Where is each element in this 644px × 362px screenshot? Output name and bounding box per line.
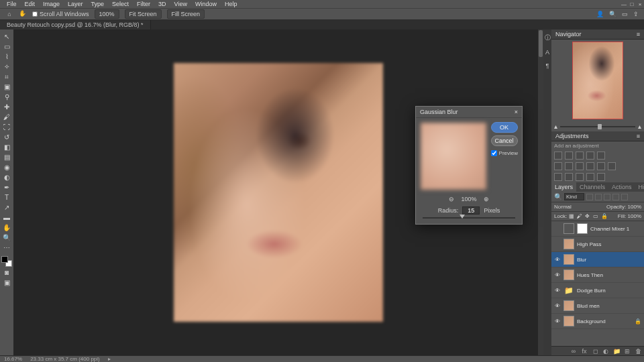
- stamp-tool-icon[interactable]: ⛶: [1, 123, 12, 131]
- menu-help[interactable]: Help: [221, 1, 241, 7]
- menu-view[interactable]: View: [170, 1, 191, 7]
- menu-image[interactable]: Image: [39, 1, 64, 7]
- adj-bw-icon[interactable]: [576, 162, 584, 170]
- lock-all-icon[interactable]: 🔒: [601, 213, 607, 219]
- dialog-zoom-out-icon[interactable]: ⊖: [449, 196, 454, 202]
- menu-3d[interactable]: 3D: [154, 1, 170, 7]
- layer-thumbnail[interactable]: [564, 316, 574, 326]
- cancel-button[interactable]: Cancel: [491, 135, 518, 146]
- new-group-icon[interactable]: 📁: [613, 348, 620, 355]
- pen-tool-icon[interactable]: ✒: [1, 183, 12, 192]
- layer-name[interactable]: Dodge Burn: [577, 288, 641, 294]
- quickmask-icon[interactable]: ◙: [1, 268, 12, 277]
- adj-balance-icon[interactable]: [565, 162, 573, 170]
- tab-actions[interactable]: Actions: [608, 182, 635, 192]
- status-arrow-icon[interactable]: ▸: [108, 356, 111, 362]
- move-tool-icon[interactable]: ↖: [1, 32, 12, 41]
- nav-zoom-out-icon[interactable]: ▴: [554, 123, 557, 130]
- new-layer-icon[interactable]: ⊞: [624, 348, 631, 355]
- screenmode-icon[interactable]: ▣: [1, 278, 12, 287]
- adj-selective-icon[interactable]: [597, 173, 605, 181]
- tab-history[interactable]: History: [635, 182, 644, 192]
- menu-type[interactable]: Type: [87, 1, 109, 7]
- foreground-color-swatch[interactable]: [1, 256, 8, 263]
- layer-mask-thumbnail[interactable]: [577, 223, 588, 234]
- status-zoom[interactable]: 16.67%: [4, 356, 22, 362]
- filter-pixel-icon[interactable]: [586, 194, 593, 200]
- layer-filter-input[interactable]: [564, 193, 584, 200]
- layer-name[interactable]: High Pass: [577, 241, 641, 247]
- window-minimize-icon[interactable]: —: [620, 0, 628, 8]
- dialog-zoom-in-icon[interactable]: ⊕: [484, 196, 489, 202]
- layer-thumbnail[interactable]: [564, 223, 574, 234]
- menu-select[interactable]: Select: [108, 1, 133, 7]
- layer-visibility-icon[interactable]: 👁: [554, 288, 561, 294]
- filter-type-icon[interactable]: [604, 194, 610, 200]
- layer-name[interactable]: Channel Mixer 1: [590, 226, 641, 232]
- adj-exposure-icon[interactable]: [586, 152, 594, 160]
- lock-artboard-icon[interactable]: ▭: [593, 213, 599, 219]
- lock-position-icon[interactable]: ✥: [585, 213, 591, 219]
- layer-visibility-icon[interactable]: 👁: [554, 303, 561, 309]
- character-panel-icon[interactable]: A: [545, 49, 549, 56]
- adj-vibrance-icon[interactable]: [597, 152, 605, 160]
- edit-toolbar-icon[interactable]: ⋯: [1, 243, 12, 252]
- layer-name[interactable]: Blud men: [577, 303, 641, 309]
- fill-screen-button[interactable]: Fill Screen: [167, 9, 205, 19]
- layer-visibility-icon[interactable]: 👁: [554, 257, 561, 263]
- adj-invert-icon[interactable]: [554, 173, 562, 181]
- panel-menu-icon[interactable]: ≡: [637, 133, 640, 139]
- adj-hue-icon[interactable]: [554, 162, 562, 170]
- workspace-icon[interactable]: ▭: [622, 11, 628, 17]
- document-tab[interactable]: Beauty Retouch copy.psd @ 16.7% (Blur, R…: [0, 20, 151, 29]
- wand-tool-icon[interactable]: ✧: [1, 62, 12, 71]
- adj-curves-icon[interactable]: [576, 152, 584, 160]
- filter-kind-label[interactable]: 🔍: [554, 193, 562, 200]
- fill-value[interactable]: 100%: [628, 213, 641, 219]
- scroll-all-windows-checkbox[interactable]: Scroll All Windows: [32, 11, 89, 17]
- home-icon[interactable]: ⌂: [5, 10, 13, 18]
- dialog-preview[interactable]: [420, 122, 487, 190]
- layer-name[interactable]: Blur: [577, 257, 641, 263]
- radius-input[interactable]: [462, 206, 480, 215]
- filter-smart-icon[interactable]: [621, 194, 628, 200]
- link-layers-icon[interactable]: ∞: [570, 348, 577, 355]
- tab-channels[interactable]: Channels: [576, 182, 608, 192]
- window-close-icon[interactable]: ×: [636, 0, 644, 8]
- paragraph-panel-icon[interactable]: ¶: [546, 62, 549, 69]
- nav-zoom-in-icon[interactable]: ▴: [638, 123, 641, 130]
- layer-thumbnail[interactable]: [564, 300, 574, 311]
- layer-row[interactable]: 👁 Blur: [551, 252, 644, 267]
- delete-layer-icon[interactable]: 🗑: [635, 348, 641, 355]
- gradient-tool-icon[interactable]: ▤: [1, 153, 12, 162]
- layer-row[interactable]: 👁 Hues Then: [551, 267, 644, 283]
- navigator-thumbnail[interactable]: [572, 42, 623, 119]
- adj-brightness-icon[interactable]: [554, 152, 562, 160]
- fit-screen-button[interactable]: Fit Screen: [125, 9, 162, 19]
- layer-row[interactable]: High Pass: [551, 237, 644, 252]
- crop-tool-icon[interactable]: ⌗: [1, 72, 12, 81]
- eyedropper-tool-icon[interactable]: ⚲: [1, 93, 12, 101]
- healing-tool-icon[interactable]: ✚: [1, 103, 12, 111]
- document-canvas[interactable]: [174, 63, 383, 322]
- blend-mode-select[interactable]: Normal: [554, 204, 572, 210]
- type-tool-icon[interactable]: T: [1, 193, 12, 202]
- search-icon[interactable]: 🔍: [609, 11, 616, 17]
- dialog-close-icon[interactable]: ×: [515, 109, 518, 115]
- layer-visibility-icon[interactable]: 👁: [554, 272, 561, 278]
- layer-row[interactable]: 👁 📁 Dodge Burn: [551, 283, 644, 298]
- status-dimensions[interactable]: 23.33 cm x 35.7 cm (400 ppi): [30, 356, 100, 362]
- layer-row[interactable]: 👁 Background 🔒: [551, 314, 644, 329]
- adj-photofilter-icon[interactable]: [586, 162, 594, 170]
- info-panel-icon[interactable]: ⓘ: [545, 34, 551, 42]
- adj-threshold-icon[interactable]: [576, 173, 584, 181]
- hand-tool-icon[interactable]: ✋: [19, 10, 27, 18]
- menu-edit[interactable]: Edit: [21, 1, 40, 7]
- layer-name[interactable]: Hues Then: [577, 272, 641, 278]
- preview-checkbox[interactable]: Preview: [491, 150, 518, 156]
- blur-tool-icon[interactable]: ◉: [1, 163, 12, 172]
- zoom-tool-icon[interactable]: 🔍: [1, 233, 12, 242]
- menu-layer[interactable]: Layer: [64, 1, 87, 7]
- layer-row[interactable]: 👁 Blud men: [551, 298, 644, 314]
- adj-gradmap-icon[interactable]: [586, 173, 594, 181]
